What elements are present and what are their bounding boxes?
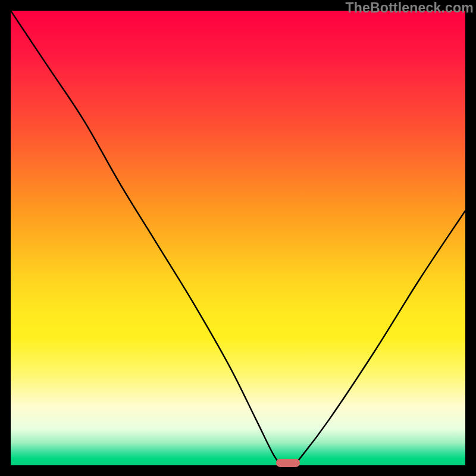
optimal-marker xyxy=(276,459,300,467)
bottleneck-curve xyxy=(11,11,465,465)
chart-container: TheBottleneck.com xyxy=(0,0,476,476)
plot-area xyxy=(11,11,465,465)
watermark-text: TheBottleneck.com xyxy=(345,0,474,16)
